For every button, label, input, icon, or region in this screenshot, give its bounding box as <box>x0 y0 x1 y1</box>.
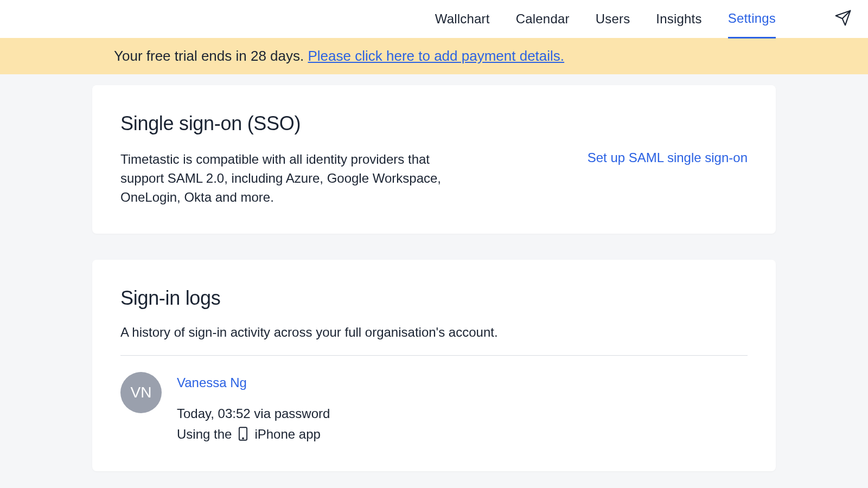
divider <box>120 355 748 356</box>
nav-wallchart[interactable]: Wallchart <box>435 0 490 38</box>
nav-insights[interactable]: Insights <box>656 0 701 38</box>
setup-saml-link[interactable]: Set up SAML single sign-on <box>588 150 748 165</box>
phone-icon <box>238 427 248 441</box>
signin-logs-card: Sign-in logs A history of sign-in activi… <box>92 260 776 471</box>
log-user-link[interactable]: Vanessa Ng <box>177 375 247 390</box>
log-device-line: Using the iPhone app <box>177 424 330 444</box>
nav-users[interactable]: Users <box>596 0 630 38</box>
svg-point-1 <box>242 438 244 439</box>
log-using-suffix: iPhone app <box>254 424 320 444</box>
nav-calendar[interactable]: Calendar <box>516 0 570 38</box>
paper-plane-icon[interactable] <box>834 9 852 29</box>
sso-card: Single sign-on (SSO) Timetastic is compa… <box>92 85 776 234</box>
trial-banner-text: Your free trial ends in 28 days. <box>114 48 308 64</box>
log-using-prefix: Using the <box>177 424 232 444</box>
nav-settings[interactable]: Settings <box>728 1 776 38</box>
main-nav: Wallchart Calendar Users Insights Settin… <box>435 0 852 38</box>
signin-logs-description: A history of sign-in activity across you… <box>120 325 748 340</box>
sso-card-title: Single sign-on (SSO) <box>120 112 457 135</box>
signin-logs-title: Sign-in logs <box>120 287 748 310</box>
signin-log-row: VN Vanessa Ng Today, 03:52 via password … <box>120 372 748 444</box>
top-nav-bar: Wallchart Calendar Users Insights Settin… <box>0 0 868 38</box>
add-payment-link[interactable]: Please click here to add payment details… <box>308 48 564 64</box>
trial-banner: Your free trial ends in 28 days. Please … <box>0 38 868 74</box>
avatar: VN <box>120 372 162 413</box>
sso-card-description: Timetastic is compatible with all identi… <box>120 150 457 207</box>
log-time-line: Today, 03:52 via password <box>177 403 330 423</box>
